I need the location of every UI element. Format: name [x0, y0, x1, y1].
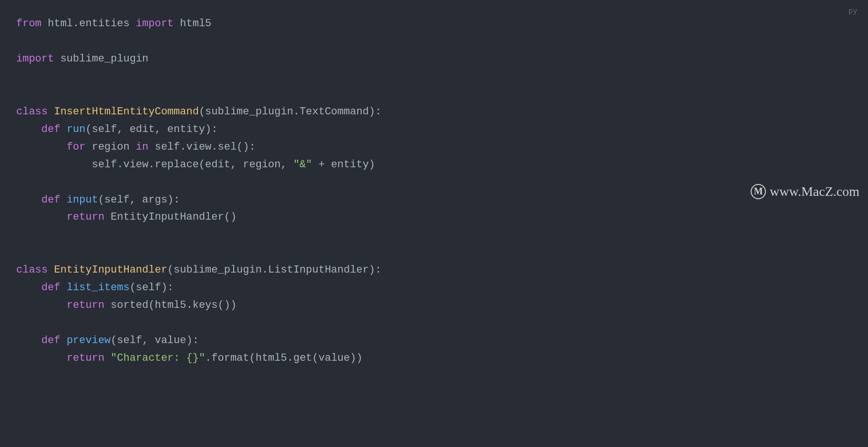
indent: [16, 352, 67, 364]
code-line-12: return EntityInputHandler(): [16, 211, 237, 223]
keyword-for: for: [67, 141, 86, 153]
keyword-def: def: [41, 282, 61, 294]
string-literal: "&": [293, 159, 312, 171]
paren-open: (: [199, 106, 205, 118]
module-name: html.entities: [48, 18, 130, 30]
indent: [16, 141, 67, 153]
function-name: input: [67, 194, 98, 206]
code-line-3: import sublime_plugin: [16, 53, 148, 65]
keyword-return: return: [67, 211, 104, 223]
watermark-text: www.MacZ.com: [770, 180, 859, 203]
expr: sorted(html5.keys()): [111, 299, 237, 311]
code-line-11: def input(self, args):: [16, 194, 180, 206]
keyword-def: def: [41, 123, 61, 135]
class-name: InsertHtmlEntityCommand: [54, 106, 199, 118]
indent: [16, 299, 67, 311]
keyword-def: def: [41, 335, 61, 346]
code-editor[interactable]: from html.entities import html5 import s…: [0, 0, 868, 383]
indent: [16, 194, 41, 206]
indent: [16, 335, 41, 346]
function-name: preview: [67, 335, 111, 346]
expr-pre: self.view.replace(edit, region,: [92, 159, 293, 171]
language-label: py: [848, 5, 858, 18]
code-line-6: class InsertHtmlEntityCommand(sublime_pl…: [16, 106, 382, 118]
paren-close: ):: [369, 264, 381, 276]
keyword-in: in: [136, 141, 148, 153]
code-line-1: from html.entities import html5: [16, 18, 211, 30]
keyword-def: def: [41, 194, 61, 206]
params: (self, args):: [98, 194, 180, 206]
indent: [16, 159, 92, 171]
code-line-9: self.view.replace(edit, region, "&" + en…: [16, 159, 375, 171]
base-class: sublime_plugin.ListInputHandler: [174, 264, 369, 276]
watermark: M www.MacZ.com: [751, 180, 859, 203]
class-name: EntityInputHandler: [54, 264, 167, 276]
params: (self, value):: [111, 335, 199, 346]
expr-post: + entity): [312, 159, 375, 171]
code-line-17: return sorted(html5.keys()): [16, 299, 237, 311]
indent: [16, 211, 67, 223]
keyword-return: return: [67, 352, 104, 364]
function-name: run: [67, 123, 86, 135]
paren-close: ):: [369, 106, 381, 118]
code-line-7: def run(self, edit, entity):: [16, 123, 217, 135]
watermark-icon: M: [751, 184, 766, 199]
keyword-import: import: [16, 53, 54, 65]
code-line-19: def preview(self, value):: [16, 335, 199, 346]
loop-var: region: [92, 141, 129, 153]
function-name: list_items: [67, 282, 130, 294]
expr: self.view.sel():: [155, 141, 255, 153]
keyword-import: import: [136, 18, 174, 30]
paren-open: (: [167, 264, 174, 276]
keyword-class: class: [16, 106, 48, 118]
import-name: sublime_plugin: [60, 53, 148, 65]
indent: [16, 123, 41, 135]
code-line-16: def list_items(self):: [16, 282, 174, 294]
params: (self):: [130, 282, 174, 294]
keyword-class: class: [16, 264, 48, 276]
string-literal: "Character: {}": [111, 352, 205, 364]
expr: .format(html5.get(value)): [205, 352, 362, 364]
expr: EntityInputHandler(): [111, 211, 237, 223]
indent: [16, 282, 41, 294]
import-name: html5: [180, 18, 211, 30]
base-class: sublime_plugin.TextCommand: [205, 106, 369, 118]
keyword-from: from: [16, 18, 41, 30]
code-line-15: class EntityInputHandler(sublime_plugin.…: [16, 264, 382, 276]
code-line-8: for region in self.view.sel():: [16, 141, 256, 153]
keyword-return: return: [67, 299, 104, 311]
code-line-20: return "Character: {}".format(html5.get(…: [16, 352, 362, 364]
params: (self, edit, entity):: [85, 123, 217, 135]
